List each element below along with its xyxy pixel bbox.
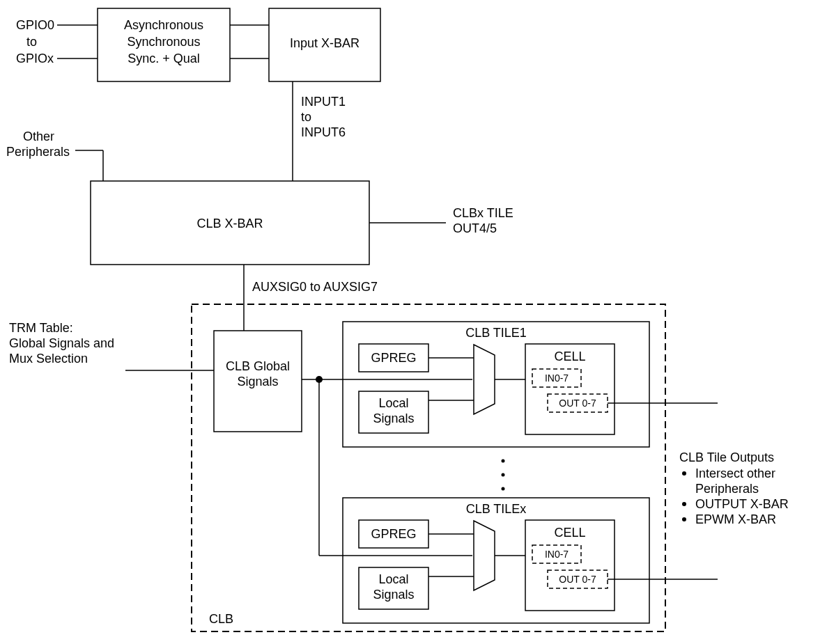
tilex-cell-label: CELL xyxy=(554,526,585,540)
tile1-local-l1: Local xyxy=(378,396,408,410)
auxsig-label: AUXSIG0 to AUXSIG7 xyxy=(252,280,378,294)
clbx-out-l2: OUT4/5 xyxy=(453,221,497,235)
tilex-out-label: OUT 0-7 xyxy=(559,574,596,585)
clbx-out-l1: CLBx TILE xyxy=(453,206,513,220)
outputs-bullet2 xyxy=(682,502,686,506)
tile1-mux xyxy=(474,345,495,414)
outputs-bullet3 xyxy=(682,517,686,521)
tilex-local-l2: Signals xyxy=(373,588,414,602)
input-xbar-label: Input X-BAR xyxy=(290,36,360,50)
outputs-b3: EPWM X-BAR xyxy=(695,512,776,526)
outputs-b1a: Intersect other xyxy=(695,466,775,480)
tilex-mux xyxy=(474,521,495,590)
tilex-title: CLB TILEx xyxy=(466,502,527,516)
tile1-title: CLB TILE1 xyxy=(465,326,527,340)
tile1-in-label: IN0-7 xyxy=(545,372,569,384)
clb-global-l2: Signals xyxy=(237,375,278,388)
outputs-bullet1 xyxy=(682,471,686,476)
tiles-dot1 xyxy=(502,460,505,463)
input6-label: INPUT6 xyxy=(301,125,346,139)
outputs-title: CLB Tile Outputs xyxy=(679,450,774,464)
trm-l1: TRM Table: xyxy=(9,321,73,335)
tiles-dot2 xyxy=(502,473,505,477)
async-l2: Synchronous xyxy=(127,35,200,49)
other-l2: Peripherals xyxy=(6,145,70,159)
tile1-cell-label: CELL xyxy=(554,350,585,363)
tile1-gpreg-label: GPREG xyxy=(371,351,416,365)
other-l1: Other xyxy=(23,129,54,143)
trm-l3: Mux Selection xyxy=(9,352,88,366)
tilex-local-l1: Local xyxy=(378,572,408,586)
clb-diagram: GPIO0 to GPIOx Asynchronous Synchronous … xyxy=(0,0,827,644)
tile1-out-label: OUT 0-7 xyxy=(559,398,596,409)
tilex-gpreg-label: GPREG xyxy=(371,527,416,541)
gpiox-label: GPIOx xyxy=(16,52,54,65)
clb-global-l1: CLB Global xyxy=(226,359,290,373)
clb-label: CLB xyxy=(209,612,233,626)
tilex-in-label: IN0-7 xyxy=(545,549,569,560)
tile1-local-l2: Signals xyxy=(373,411,414,425)
outputs-b1b: Peripherals xyxy=(695,482,759,496)
outputs-b2: OUTPUT X-BAR xyxy=(695,497,789,511)
trm-l2: Global Signals and xyxy=(9,336,114,350)
input1-label: INPUT1 xyxy=(301,95,346,109)
clb-xbar-label: CLB X-BAR xyxy=(196,217,263,230)
async-l1: Asynchronous xyxy=(124,18,203,32)
async-l3: Sync. + Qual xyxy=(127,52,200,65)
input-to-label: to xyxy=(301,110,311,124)
gpio0-label: GPIO0 xyxy=(16,18,54,32)
tiles-dot3 xyxy=(502,487,505,491)
gpio-to-label: to xyxy=(26,35,37,49)
